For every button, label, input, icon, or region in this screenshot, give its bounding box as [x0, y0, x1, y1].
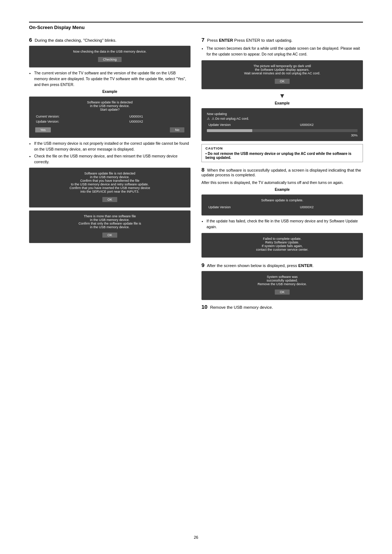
step-8-number: 8 [201, 167, 204, 173]
page-number: 26 [194, 535, 198, 539]
step6-screen2: Software update file is detected in the … [29, 97, 191, 138]
caution-title: CAUTION [205, 147, 359, 150]
step6-row1-label: Current Version: [35, 114, 128, 119]
step6-screen1-btn: Checking [98, 57, 122, 62]
step-7-enter: ENTER [219, 38, 233, 42]
step7-screen2-warning: ⚠ ⚠ Do not unplug AC cord. [207, 117, 358, 120]
step7-example-label: Example [201, 101, 363, 105]
step6-row2: Update Version: U0000X2 [35, 119, 184, 124]
step8-example-label: Example [201, 188, 363, 192]
step9-screen1: System software was successfully updated… [201, 271, 363, 300]
step7-screen2-title: Now updating [207, 112, 358, 116]
step-7: 7 Press ENTER Press ENTER to start updat… [201, 37, 363, 162]
step7-screen1-btn: OK [275, 79, 290, 84]
step-9: 9 After the screen shown below is displa… [201, 262, 363, 300]
step-10-header: 10 Remove the USB memory device. [201, 304, 363, 310]
step6-btn-yes: Yes [35, 127, 51, 132]
step7-update-row: Update Version U0000X2 [208, 123, 357, 127]
step8-screen2: Failed to complete update. Retry Softwar… [201, 233, 363, 258]
step-10-text: Remove the USB memory device. [210, 305, 273, 309]
step-10: 10 Remove the USB memory device. [201, 304, 363, 310]
progress-pct: 30% [207, 134, 358, 137]
left-column: 6 During the data checking, "Checking" b… [29, 37, 191, 313]
step-6-header: 6 During the data checking, "Checking" b… [29, 37, 191, 43]
step9-screen1-content: System software was successfully updated… [207, 275, 358, 286]
step6-screen3: Software update file is not detected in … [29, 168, 191, 208]
step6-row1: Current Version: U0000X1 [35, 114, 184, 119]
step6-screen4-btn: OK [102, 233, 117, 238]
step6-screen2-line1: Software update file is detected in the … [34, 100, 185, 111]
step7-screen1: The picture will temporarily go dark unt… [201, 60, 363, 89]
step-9-enter: ENTER [298, 263, 313, 268]
section-title: On-Screen Display Menu [29, 25, 85, 30]
step6-bullet2: If the USB memory device is not properly… [34, 141, 191, 152]
step-8-body: After this screen is displayed, the TV a… [201, 180, 363, 186]
step-7-text: Press ENTER to start updating. [234, 38, 292, 42]
step7-screen2: Now updating ⚠ ⚠ Do not unplug AC cord. … [201, 108, 363, 141]
step8-screen1: Software update is complete. Update Vers… [201, 194, 363, 216]
step7-screen2-table: Update Version U0000X2 [207, 122, 358, 128]
step6-btn-no: No [170, 127, 184, 132]
step6-row2-label: Update Version: [35, 119, 128, 124]
step6-row2-value: U0000X2 [128, 119, 184, 124]
progress-bar-fill [207, 129, 252, 132]
step8-screen1-table: Update Version U0000X2 [207, 204, 358, 210]
step7-update-label: Update Version [208, 123, 298, 127]
step8-update-value: U0000X2 [299, 205, 357, 209]
warning-icon: ⚠ [207, 117, 210, 120]
caution-text: • Do not remove the USB memory device or… [205, 152, 359, 160]
progress-bar [207, 129, 358, 132]
step8-update-row: Update Version U0000X2 [208, 205, 357, 209]
step7-bullet1: The screen becomes dark for a while unti… [207, 46, 363, 57]
step-8-text: When the software is successfully update… [201, 168, 361, 177]
step6-bullet3: Check the file on the USB memory device,… [34, 153, 191, 165]
step-6-text: During the data checking, "Checking" bli… [35, 38, 117, 42]
step6-example-label: Example [29, 90, 191, 94]
step6-bullets: The current version of the TV software a… [34, 70, 191, 87]
step7-screen1-content: The picture will temporarily go dark unt… [207, 64, 358, 75]
step-6: 6 During the data checking, "Checking" b… [29, 37, 191, 243]
step6-screen1-line1: Now checking the data in the USB memory … [34, 50, 185, 53]
step-6-number: 6 [29, 37, 32, 43]
step6-screen1: Now checking the data in the USB memory … [29, 46, 191, 67]
caution-strong: Do not remove the USB memory device or u… [205, 152, 351, 160]
step-10-number: 10 [201, 304, 208, 310]
content-area: 6 During the data checking, "Checking" b… [29, 37, 363, 313]
step-9-number: 9 [201, 262, 204, 268]
step-8-header: 8 When the software is successfully upda… [201, 167, 363, 177]
step6-screen3-btn: OK [102, 197, 117, 202]
section-header: On-Screen Display Menu [29, 22, 363, 30]
step-9-text: After the screen shown below is displaye… [207, 263, 314, 268]
step6-screen4-content: There is more than one software file in … [34, 214, 185, 229]
step8-update-label: Update Version [208, 205, 298, 209]
step8-screen2-content: Failed to complete update. Retry Softwar… [207, 237, 358, 251]
right-column: 7 Press ENTER Press ENTER to start updat… [201, 37, 363, 313]
step-7-header: 7 Press ENTER Press ENTER to start updat… [201, 37, 363, 43]
step6-screen4: There is more than one software file in … [29, 210, 191, 243]
down-arrow: ▼ [201, 92, 363, 100]
step-8: 8 When the software is successfully upda… [201, 167, 363, 258]
step-9-header: 9 After the screen shown below is displa… [201, 262, 363, 268]
step7-bullets: The screen becomes dark for a while unti… [207, 46, 363, 57]
step-7-number: 7 [201, 37, 204, 43]
step6-row1-value: U0000X1 [128, 114, 184, 119]
step6-bullets2: If the USB memory device is not properly… [34, 141, 191, 165]
step9-screen1-btn: OK [275, 290, 290, 295]
step8-bullets: If the update has failed, check the file… [207, 218, 363, 230]
step6-screen3-content: Software update file is not detected in … [34, 172, 185, 193]
step6-screen2-table: Current Version: U0000X1 Update Version:… [34, 114, 185, 124]
step6-bullet1: The current version of the TV software a… [34, 70, 191, 87]
step8-screen1-title: Software update is complete. [207, 198, 358, 202]
step7-update-value: U0000X2 [299, 123, 357, 127]
caution-box: CAUTION • Do not remove the USB memory d… [201, 144, 363, 162]
step8-bullet1: If the update has failed, check the file… [207, 218, 363, 230]
